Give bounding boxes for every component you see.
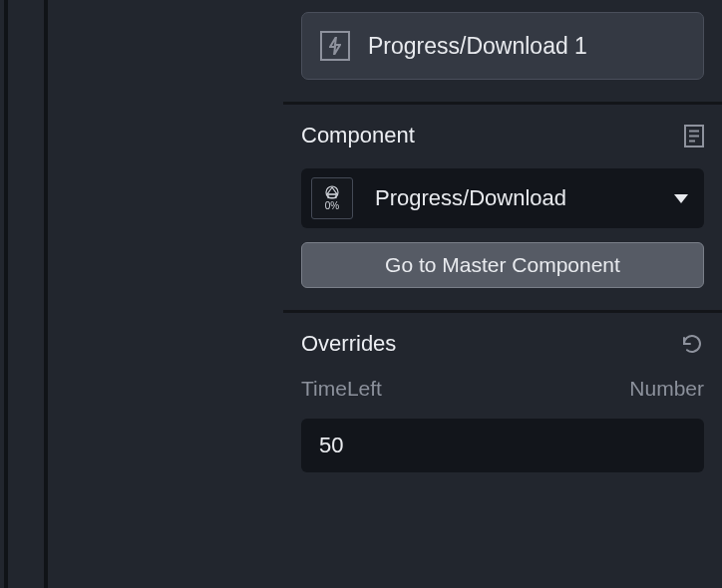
component-thumbnail-icon: 0% [311, 177, 353, 219]
component-section-title: Component [301, 123, 415, 148]
instance-section: Progress/Download 1 [283, 0, 722, 102]
bolt-icon [320, 31, 350, 61]
reset-icon[interactable] [680, 332, 704, 356]
go-to-master-button-label: Go to Master Component [385, 253, 620, 277]
chevron-down-icon [674, 194, 688, 203]
tree-indent-rail-2 [44, 0, 48, 588]
notes-icon[interactable] [684, 125, 704, 147]
override-value-field[interactable] [301, 419, 704, 472]
override-row: TimeLeft Number [301, 377, 704, 401]
override-name: TimeLeft [301, 377, 382, 401]
component-section-header: Component [301, 123, 704, 148]
component-select-label: Progress/Download [375, 185, 652, 211]
instance-pill[interactable]: Progress/Download 1 [301, 12, 704, 80]
component-section: Component 0% Progress/Download Go to [283, 102, 722, 310]
overrides-section-header: Overrides [301, 331, 704, 357]
component-select[interactable]: 0% Progress/Download [301, 168, 704, 228]
override-value-input[interactable] [317, 432, 688, 459]
go-to-master-button[interactable]: Go to Master Component [301, 242, 704, 288]
inspector-panel: Progress/Download 1 Component 0% P [283, 0, 722, 588]
override-type: Number [629, 377, 704, 401]
overrides-section: Overrides TimeLeft Number [283, 310, 722, 494]
overrides-section-title: Overrides [301, 331, 396, 357]
component-thumbnail-percent: 0% [325, 201, 339, 211]
tree-indent-rail-1 [4, 0, 8, 588]
instance-label: Progress/Download 1 [368, 33, 587, 60]
svg-marker-4 [327, 187, 337, 194]
